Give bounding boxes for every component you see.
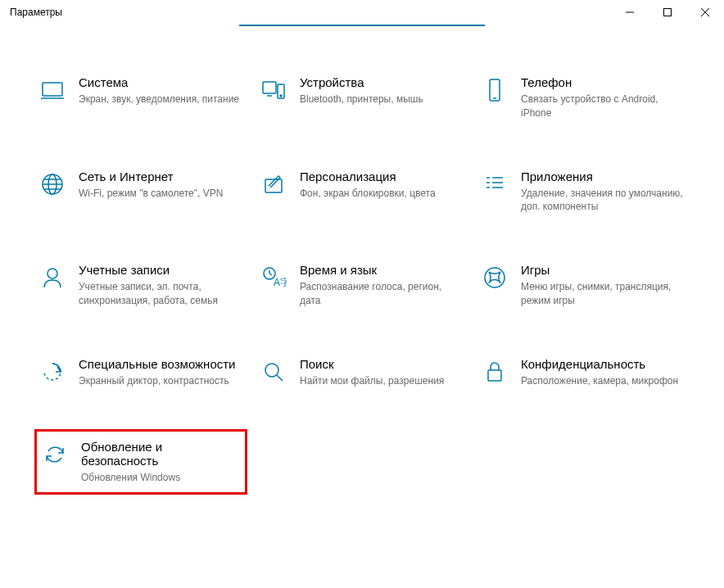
tile-title: Персонализация — [300, 170, 464, 183]
svg-rect-6 — [263, 82, 276, 93]
tile-title: Игры — [521, 263, 685, 277]
titlebar: Параметры — [0, 0, 724, 25]
svg-line-31 — [277, 375, 283, 381]
tile-search[interactable]: Поиск Найти мои файлы, разрешения — [256, 349, 468, 396]
svg-text:A字: A字 — [274, 277, 287, 288]
paint-icon — [260, 171, 287, 197]
tile-desc: Удаление, значения по умолчанию, доп. ко… — [521, 187, 685, 215]
search-icon — [260, 359, 287, 385]
xbox-icon — [482, 265, 508, 291]
tile-desc: Расположение, камера, микрофон — [521, 374, 685, 388]
tile-title: Конфиденциальность — [521, 357, 685, 371]
tile-gaming[interactable]: Игры Меню игры, снимки, трансляция, режи… — [477, 255, 690, 316]
tile-title: Обновление и безопасность — [81, 440, 240, 468]
tile-network[interactable]: Сеть и Интернет Wi-Fi, режим "в самолете… — [34, 161, 247, 223]
globe-icon — [39, 171, 66, 197]
tile-desc: Wi-Fi, режим "в самолете", VPN — [79, 187, 242, 201]
tile-desc: Найти мои файлы, разрешения — [300, 374, 464, 388]
tile-desc: Экран, звук, уведомления, питание — [79, 93, 242, 106]
tile-title: Телефон — [521, 75, 685, 89]
search-underline[interactable] — [239, 25, 485, 26]
tile-desc: Меню игры, снимки, трансляция, режим игр… — [521, 280, 685, 308]
tile-title: Сеть и Интернет — [79, 170, 242, 183]
tile-accessibility[interactable]: Специальные возможности Экранный диктор,… — [34, 349, 247, 396]
tile-accounts[interactable]: Учетные записи Учетные записи, эл. почта… — [34, 255, 247, 316]
tile-personalization[interactable]: Персонализация Фон, экран блокировки, цв… — [256, 161, 468, 223]
tile-title: Время и язык — [300, 263, 464, 277]
tile-desc: Связать устройство с Android, iPhone — [521, 93, 685, 120]
lock-icon — [482, 359, 508, 385]
svg-point-29 — [485, 268, 505, 287]
tile-desc: Bluetooth, принтеры, мышь — [300, 93, 464, 106]
tile-title: Поиск — [300, 357, 464, 371]
close-button[interactable] — [686, 0, 724, 25]
tile-desc: Распознавание голоса, регион, дата — [300, 280, 464, 308]
window-title: Параметры — [10, 7, 62, 18]
tile-devices[interactable]: Устройства Bluetooth, принтеры, мышь — [256, 67, 468, 129]
svg-rect-4 — [43, 83, 62, 96]
tile-title: Приложения — [521, 170, 685, 183]
update-icon — [42, 441, 68, 468]
tile-title: Устройства — [300, 75, 464, 89]
svg-point-30 — [265, 364, 278, 377]
devices-icon — [260, 77, 287, 103]
svg-line-27 — [269, 274, 272, 275]
phone-icon — [482, 77, 508, 103]
tile-desc: Экранный диктор, контрастность — [79, 374, 242, 388]
settings-grid: Система Экран, звук, уведомления, питани… — [0, 67, 724, 495]
svg-point-8 — [280, 95, 282, 97]
svg-rect-1 — [664, 9, 672, 16]
system-icon — [39, 77, 66, 103]
tile-title: Специальные возможности — [79, 357, 242, 371]
person-icon — [39, 265, 66, 291]
time-language-icon: A字 — [260, 265, 287, 291]
tile-time-language[interactable]: A字 Время и язык Распознавание голоса, ре… — [256, 255, 468, 316]
tile-title: Учетные записи — [79, 263, 242, 277]
tile-desc: Учетные записи, эл. почта, синхронизация… — [79, 280, 242, 308]
tile-apps[interactable]: Приложения Удаление, значения по умолчан… — [477, 161, 690, 223]
tile-phone[interactable]: Телефон Связать устройство с Android, iP… — [477, 67, 690, 129]
svg-rect-32 — [488, 370, 501, 381]
tile-title: Система — [79, 75, 242, 89]
tile-desc: Фон, экран блокировки, цвета — [300, 187, 464, 201]
accessibility-icon — [39, 359, 66, 385]
svg-point-24 — [48, 269, 57, 278]
window-controls — [611, 0, 724, 25]
tile-system[interactable]: Система Экран, звук, уведомления, питани… — [34, 67, 247, 129]
maximize-button[interactable] — [649, 0, 686, 25]
tile-desc: Обновления Windows — [81, 471, 240, 485]
apps-icon — [482, 171, 508, 197]
tile-update-security[interactable]: Обновление и безопасность Обновления Win… — [34, 429, 247, 495]
minimize-button[interactable] — [611, 0, 649, 25]
tile-privacy[interactable]: Конфиденциальность Расположение, камера,… — [477, 349, 690, 396]
svg-rect-10 — [490, 79, 500, 101]
